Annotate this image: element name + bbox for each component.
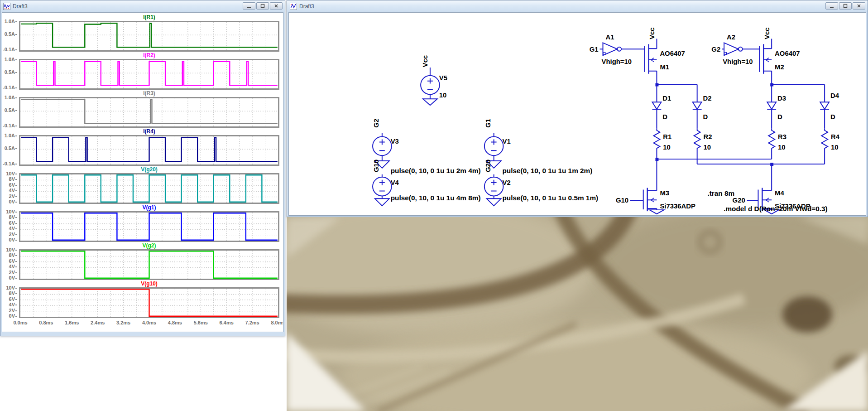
- plot-pane-vg20: V(g20)10V8V6V4V2V0V: [2, 166, 283, 204]
- waveform-trace: [21, 251, 278, 278]
- pane-plot-box[interactable]: [19, 97, 279, 128]
- x-axis-tick: 6.4ms: [220, 320, 234, 325]
- desktop: Draft3 I(R1)1.0A0.5A-0.1AI(R2)1.0A0.5A-0…: [0, 0, 868, 411]
- pane-title: I(R4): [19, 128, 279, 135]
- directive-tran: .tran 8m: [707, 189, 734, 197]
- net-label-g1: G1: [484, 119, 492, 128]
- component-name: V2: [502, 179, 510, 186]
- x-axis-tick: 7.2ms: [245, 320, 259, 325]
- y-axis-label: 4V: [2, 264, 17, 269]
- component-name: V1: [502, 138, 510, 145]
- y-axis-label: 4V: [2, 302, 17, 307]
- pane-title: V(g20): [19, 166, 279, 173]
- plot-pane-vg1: V(g1)10V8V6V4V2V0V: [2, 204, 283, 242]
- component-param: Vhigh=10: [723, 58, 753, 65]
- plot-pane-stack: I(R1)1.0A0.5A-0.1AI(R2)1.0A0.5A-0.1AI(R3…: [2, 14, 283, 318]
- y-axis-label: 6V: [2, 220, 17, 226]
- schematic-labels: Vcc V5 10 G2 V3 pulse(0, 10, 0 1u 1u 2m …: [373, 27, 840, 213]
- waveform-trace: [21, 175, 278, 202]
- waveform-window-title: Draft3: [13, 3, 28, 10]
- wire-junctions: [655, 83, 773, 166]
- waveform-trace: [21, 62, 278, 85]
- net-label-g2-input: G2: [711, 46, 720, 53]
- pane-plot-box[interactable]: [19, 21, 279, 52]
- net-label-g10-gate: G10: [616, 197, 628, 204]
- component-name: R1: [663, 134, 671, 141]
- y-axis-label: 0.5A: [2, 145, 17, 151]
- plot-pane-ir4: I(R4)1.0A0.5A-0.1A: [2, 128, 283, 166]
- directive-model: .model d D(Ron=20m Vfwd=0.3): [724, 205, 828, 213]
- component-model: AO6407: [775, 50, 800, 57]
- net-label-g2: G2: [373, 119, 380, 128]
- schematic-canvas[interactable]: Vcc V5 10 G2 V3 pulse(0, 10, 0 1u 1u 2m …: [288, 12, 866, 216]
- y-axis-label: 2V: [2, 193, 17, 199]
- plot-pane-vg2: V(g2)10V8V6V4V2V0V: [2, 242, 283, 280]
- waveform-titlebar[interactable]: Draft3: [0, 0, 285, 12]
- pane-plot-box[interactable]: [19, 287, 279, 318]
- plot-pane-vg10: V(g10)10V8V6V4V2V0V: [2, 280, 283, 318]
- y-axis-label: 6V: [2, 182, 17, 188]
- y-axis-label: 2V: [2, 308, 17, 313]
- y-axis-label: 10V: [2, 171, 17, 176]
- y-axis-label: 10V: [2, 209, 17, 214]
- schematic-window: Draft3: [287, 0, 868, 217]
- schematic-window-title: Draft3: [299, 3, 314, 10]
- minimize-button[interactable]: [243, 2, 255, 10]
- component-name: M4: [775, 189, 784, 197]
- component-name: M2: [775, 63, 784, 71]
- component-name: R2: [704, 134, 712, 141]
- component-name: D3: [777, 95, 786, 102]
- x-axis-tick: 4.0ms: [142, 320, 156, 325]
- waveform-trace: [21, 289, 278, 316]
- schematic-titlebar[interactable]: Draft3: [287, 0, 868, 12]
- y-axis-label: 0V: [2, 313, 17, 319]
- component-value: 10: [778, 144, 786, 151]
- circuit-wires: [373, 39, 829, 214]
- pane-plot-box[interactable]: [19, 59, 279, 90]
- pane-plot-box[interactable]: [19, 135, 279, 166]
- pane-title: V(g10): [19, 280, 279, 287]
- component-model: D: [662, 113, 667, 121]
- minimize-button[interactable]: [825, 2, 838, 10]
- y-axis-label: 0.5A: [2, 107, 17, 113]
- component-name: V4: [391, 179, 399, 186]
- y-axis-label: 6V: [2, 296, 17, 302]
- maximize-button[interactable]: [256, 2, 269, 10]
- pane-plot-box[interactable]: [19, 173, 279, 204]
- net-label-vcc: Vcc: [648, 27, 656, 39]
- close-button[interactable]: [853, 2, 865, 10]
- y-axis-label: 8V: [2, 252, 17, 258]
- net-label-g10: G10: [373, 160, 380, 172]
- x-axis-tick: 8.0ms: [271, 320, 283, 325]
- maximize-button[interactable]: [839, 2, 852, 10]
- component-name: M1: [660, 63, 669, 71]
- plot-pane-ir2: I(R2)1.0A0.5A-0.1A: [2, 52, 283, 90]
- component-name: R3: [778, 134, 786, 141]
- waveform-trace: [21, 138, 278, 161]
- component-name: D2: [703, 95, 712, 102]
- waveform-window: Draft3 I(R1)1.0A0.5A-0.1AI(R2)1.0A0.5A-0…: [0, 0, 285, 336]
- waveform-plot-area[interactable]: I(R1)1.0A0.5A-0.1AI(R2)1.0A0.5A-0.1AI(R3…: [2, 12, 283, 332]
- component-value: 10: [704, 144, 711, 151]
- component-value: pulse(0, 10, 0 1u 1u 4m 8m): [391, 194, 481, 202]
- component-value: 10: [831, 144, 839, 151]
- net-label-vcc: Vcc: [763, 27, 771, 39]
- y-axis-label: 4V: [2, 226, 17, 231]
- component-model: D: [830, 113, 835, 121]
- aerial-photo: [287, 217, 868, 411]
- y-axis-label: 8V: [2, 214, 17, 220]
- component-name: A2: [727, 34, 735, 41]
- y-axis-label: 4V: [2, 188, 17, 193]
- close-button[interactable]: [270, 2, 283, 10]
- x-axis-tick: 2.4ms: [91, 320, 105, 325]
- net-label-vcc: Vcc: [422, 55, 429, 67]
- plot-pane-ir1: I(R1)1.0A0.5A-0.1A: [2, 14, 283, 52]
- component-model: D: [777, 113, 782, 121]
- x-axis-tick: 0.8ms: [39, 320, 53, 325]
- y-axis-label: 2V: [2, 232, 17, 237]
- pane-plot-box[interactable]: [19, 211, 279, 242]
- pane-plot-box[interactable]: [19, 249, 279, 280]
- component-name: D4: [830, 92, 839, 99]
- component-name: M3: [660, 189, 669, 197]
- plot-pane-ir3: I(R3)1.0A0.5A-0.1A: [2, 90, 283, 128]
